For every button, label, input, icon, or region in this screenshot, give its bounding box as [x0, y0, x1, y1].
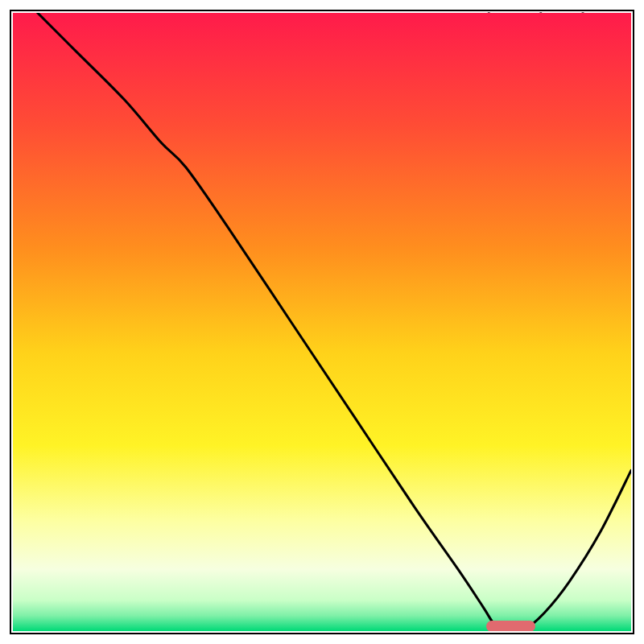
plot-area [13, 13, 631, 631]
chart-frame: TheBottleneck.com [10, 10, 634, 634]
minimum-marker [486, 621, 535, 631]
data-curve [13, 13, 631, 631]
